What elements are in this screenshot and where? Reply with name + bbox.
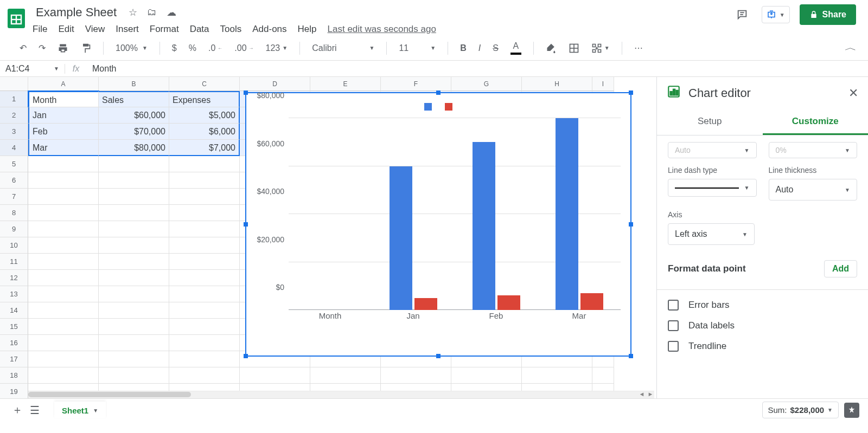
col-head-a[interactable]: A [28,77,99,91]
cell[interactable] [28,286,99,302]
cell[interactable] [28,367,99,384]
strike-button[interactable]: S [489,41,502,55]
row-head[interactable]: 12 [0,270,28,286]
decrease-decimal-button[interactable]: .0← [205,41,226,55]
borders-button[interactable] [565,41,583,56]
cell[interactable] [169,286,240,302]
cell[interactable] [28,302,99,319]
row-head[interactable]: 3 [0,124,28,140]
cell[interactable]: $6,000 [169,124,240,140]
col-head-e[interactable]: E [310,77,381,91]
cell[interactable] [169,156,240,172]
increase-decimal-button[interactable]: .00→ [231,41,257,55]
move-icon[interactable]: 🗂 [147,7,157,18]
cell[interactable]: $5,000 [169,107,240,124]
cell[interactable] [28,270,99,286]
sheet-tab[interactable]: Sheet1▼ [54,402,106,418]
cell[interactable] [169,172,240,189]
partial-select-right[interactable]: 0%▼ [769,142,858,158]
cell[interactable] [99,319,169,335]
cell[interactable] [99,156,169,172]
row-head[interactable]: 4 [0,140,28,156]
fill-color-button[interactable] [542,41,560,56]
cell[interactable] [451,367,522,384]
cell[interactable] [99,172,169,189]
explore-button[interactable] [844,403,859,418]
collapse-toolbar-button[interactable]: ︿ [843,40,858,56]
more-tools-button[interactable]: ⋯ [631,41,646,55]
row-head[interactable]: 7 [0,189,28,205]
col-head-h[interactable]: H [522,77,592,91]
cell[interactable] [169,237,240,254]
row-head[interactable]: 2 [0,107,28,124]
cell[interactable]: Sales [99,91,169,107]
menu-view[interactable]: View [85,24,105,35]
row-head[interactable]: 18 [0,367,28,384]
font-size-select[interactable]: 11▼ [395,41,439,55]
italic-button[interactable]: I [475,41,484,55]
resize-handle[interactable] [629,222,633,227]
trendline-checkbox[interactable] [668,341,679,352]
menu-data[interactable]: Data [190,24,209,35]
menu-file[interactable]: File [33,24,47,35]
cell[interactable] [592,367,614,384]
cell[interactable]: Feb [28,124,99,140]
share-button[interactable]: Share [800,4,856,25]
redo-button[interactable]: ↷ [35,41,49,55]
zoom-select[interactable]: 100%▼ [112,41,151,55]
partial-select-left[interactable]: Auto▼ [668,142,757,158]
add-sheet-button[interactable]: ＋ [9,402,26,419]
axis-select[interactable]: Left axis▼ [668,223,755,245]
cell[interactable]: Month [28,91,99,107]
scroll-right-icon[interactable]: ► [647,391,654,398]
cell[interactable] [169,319,240,335]
menu-format[interactable]: Format [150,24,179,35]
cell[interactable] [169,254,240,270]
resize-handle[interactable] [629,91,633,95]
name-box[interactable]: A1:C4▼ [0,64,65,74]
sheets-logo[interactable] [5,4,27,33]
line-dash-select[interactable]: ▼ [668,179,757,197]
percent-button[interactable]: % [186,41,200,55]
scroll-left-icon[interactable]: ◄ [638,391,646,398]
quicksum-button[interactable]: Sum:$228,000▼ [762,402,839,418]
resize-handle[interactable] [436,354,441,358]
cloud-icon[interactable]: ☁ [167,7,176,18]
present-button[interactable]: ▼ [762,6,790,23]
row-head[interactable]: 8 [0,205,28,221]
doc-title[interactable]: Example Sheet [33,4,120,21]
tab-customize[interactable]: Customize [763,109,869,135]
cell[interactable]: $60,000 [99,107,169,124]
cell[interactable] [99,286,169,302]
all-sheets-button[interactable]: ☰ [26,402,43,419]
col-head-f[interactable]: F [381,77,451,91]
row-head[interactable]: 16 [0,335,28,351]
close-icon[interactable]: ✕ [848,86,858,100]
tab-setup[interactable]: Setup [657,109,763,135]
cell[interactable] [99,367,169,384]
cell[interactable] [169,205,240,221]
cell[interactable] [169,189,240,205]
cell[interactable] [99,237,169,254]
menu-insert[interactable]: Insert [116,24,139,35]
resize-handle[interactable] [629,354,633,358]
cell[interactable] [240,367,310,384]
last-edit-link[interactable]: Last edit was seconds ago [328,24,436,35]
cell[interactable] [169,270,240,286]
col-head-d[interactable]: D [240,77,310,91]
select-all-corner[interactable] [0,77,28,91]
menu-tools[interactable]: Tools [220,24,242,35]
cell[interactable]: $80,000 [99,140,169,156]
add-button[interactable]: Add [824,260,857,277]
cell[interactable] [99,254,169,270]
cell[interactable] [28,319,99,335]
resize-handle[interactable] [244,222,248,227]
comments-icon[interactable] [732,5,752,24]
cell[interactable] [99,205,169,221]
cell[interactable] [99,221,169,237]
cell[interactable]: $7,000 [169,140,240,156]
resize-handle[interactable] [436,91,441,95]
bold-button[interactable]: B [457,41,470,55]
cell[interactable] [169,351,240,367]
cell[interactable] [169,302,240,319]
